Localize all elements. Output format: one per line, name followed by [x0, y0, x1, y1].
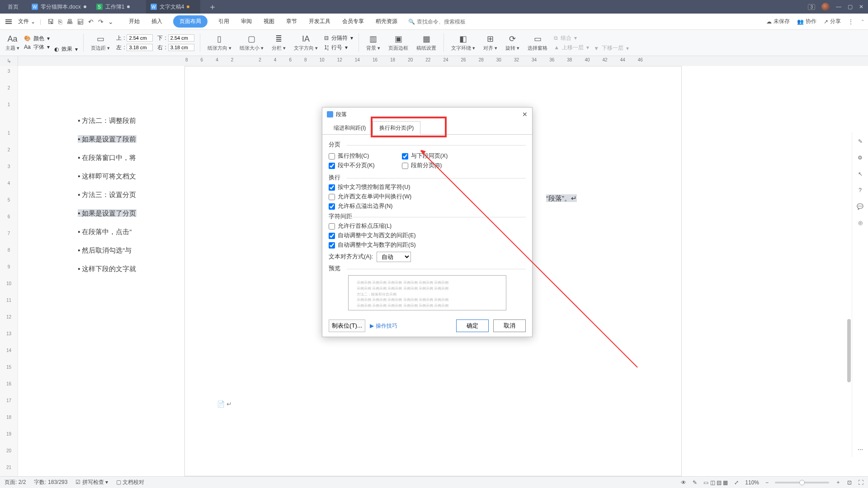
unsaved-indicator[interactable]: ☁未保存: [766, 18, 790, 25]
notification-badge[interactable]: 3: [808, 4, 815, 10]
checkbox-widow-control[interactable]: 孤行控制(C): [329, 152, 375, 160]
paper-size-button[interactable]: ▢纸张大小 ▾: [238, 32, 265, 54]
zoom-level[interactable]: 110%: [745, 479, 759, 486]
tab-doc-2[interactable]: W文字文稿4: [146, 0, 200, 14]
more-button[interactable]: ⋮: [848, 19, 854, 25]
margin-left-input[interactable]: 左:: [116, 44, 153, 52]
tab-review[interactable]: 审阅: [240, 15, 253, 28]
tab-page-layout[interactable]: 页面布局: [173, 15, 208, 28]
text-align-select[interactable]: 自动: [377, 252, 411, 262]
close-dialog-button[interactable]: ✕: [522, 111, 528, 118]
vertical-scrollbar-thumb[interactable]: [847, 319, 851, 382]
redo-button[interactable]: ↷: [98, 18, 104, 25]
checkbox-latin-word-wrap[interactable]: 允许西文在单词中间换行(W): [329, 193, 526, 201]
search-input[interactable]: [417, 19, 494, 25]
margin-top-input[interactable]: 上:: [116, 34, 153, 42]
breaks-button[interactable]: ⊟分隔符 ▾: [324, 34, 353, 42]
margin-bottom-input[interactable]: 下:: [157, 34, 194, 42]
settings-icon[interactable]: ⚙: [858, 155, 863, 161]
print-button[interactable]: 🖶: [66, 18, 73, 25]
tab-home[interactable]: 首页: [0, 0, 27, 14]
pencil-icon[interactable]: ✎: [858, 138, 863, 145]
margin-right-input[interactable]: 右:: [157, 44, 194, 52]
tab-indent-spacing[interactable]: 缩进和间距(I): [327, 121, 373, 135]
export-button[interactable]: ⎘: [58, 18, 62, 25]
background-button[interactable]: ▥背景 ▾: [364, 32, 382, 54]
orientation-icon: ▯: [217, 34, 222, 44]
file-menu[interactable]: 文件⌄: [15, 18, 38, 25]
checkbox-cjk-digit-spacing[interactable]: 自动调整中文与数字的间距(S): [329, 241, 526, 249]
zoom-out-button[interactable]: −: [765, 479, 769, 486]
checkbox-cjk-first-last[interactable]: 按中文习惯控制首尾字符(U): [329, 183, 526, 191]
tab-chapter[interactable]: 章节: [285, 15, 298, 28]
selection-pane-button[interactable]: ▭选择窗格: [526, 32, 549, 54]
horizontal-ruler[interactable]: ↳ 86422468101214161820222426283032343638…: [0, 56, 868, 66]
close-window-button[interactable]: ✕: [859, 4, 863, 10]
tab-references[interactable]: 引用: [217, 15, 230, 28]
checkbox-keep-lines-together[interactable]: 段中不分页(K): [329, 162, 375, 169]
page-indicator[interactable]: 页面: 2/2: [5, 479, 26, 486]
zoom-slider[interactable]: [775, 482, 829, 483]
collaborate-button[interactable]: 👥协作: [797, 18, 816, 25]
tab-sheet-1[interactable]: S工作簿1: [92, 0, 146, 14]
tab-insert[interactable]: 插入: [151, 15, 163, 28]
tips-link[interactable]: ▶操作技巧: [370, 322, 397, 330]
line-numbers-button[interactable]: 1¦行号 ▾: [324, 44, 353, 52]
avatar[interactable]: [821, 3, 830, 11]
checkbox-cjk-latin-spacing[interactable]: 自动调整中文与西文的间距(E): [329, 232, 526, 239]
collapse-ribbon-button[interactable]: ⌃: [861, 19, 864, 24]
tab-line-page-breaks[interactable]: 换行和分页(P): [373, 121, 420, 135]
checkbox-keep-with-next[interactable]: 与下段同页(X): [402, 152, 448, 160]
fullscreen-button[interactable]: ⛶: [858, 479, 863, 486]
columns-button[interactable]: ≣分栏 ▾: [270, 32, 288, 54]
best-fit-button[interactable]: ⊡: [847, 479, 852, 486]
share-button[interactable]: ↗分享: [824, 18, 841, 25]
tab-doc-1[interactable]: W零分猫脚本.docx: [27, 0, 92, 14]
new-tab-button[interactable]: ＋: [200, 0, 226, 14]
checkbox-punct-compress[interactable]: 允许行首标点压缩(L): [329, 222, 526, 230]
maximize-button[interactable]: ▢: [848, 4, 853, 10]
spell-check-toggle[interactable]: ☑ 拼写检查 ▾: [75, 479, 108, 486]
minimize-button[interactable]: —: [836, 4, 841, 10]
save-button[interactable]: 🖫: [47, 18, 54, 25]
undo-button[interactable]: ↶: [88, 18, 94, 25]
eye-icon[interactable]: 👁: [681, 479, 686, 486]
more-icon[interactable]: ⋯: [858, 446, 863, 453]
margins-button[interactable]: ▭页边距 ▾: [89, 32, 112, 54]
qat-dropdown[interactable]: ⌄: [108, 18, 113, 25]
tabstops-button[interactable]: 制表位(T)...: [329, 319, 365, 332]
tab-member[interactable]: 会员专享: [341, 15, 365, 28]
print-preview-button[interactable]: 🗟: [77, 18, 84, 25]
zoom-in-button[interactable]: ＋: [835, 479, 841, 486]
chat-icon[interactable]: 💬: [857, 203, 863, 210]
view-mode-buttons[interactable]: ▭ ◫ ▤ ▦: [703, 479, 728, 486]
ok-button[interactable]: 确定: [456, 319, 489, 332]
manuscript-grid-button[interactable]: ▦稿纸设置: [415, 32, 438, 54]
text-direction-button[interactable]: IA文字方向 ▾: [292, 32, 320, 54]
color-button[interactable]: 🎨颜色 ▾: [24, 35, 50, 42]
cursor-icon[interactable]: ↖: [858, 171, 863, 177]
zoom-fit-button[interactable]: ⤢: [734, 479, 739, 486]
align-button[interactable]: ⊞对齐 ▾: [481, 32, 499, 54]
word-count[interactable]: 字数: 183/293: [34, 479, 67, 486]
checkbox-page-break-before[interactable]: 段前分页(B): [402, 162, 448, 169]
dialog-titlebar[interactable]: 段落 ✕: [322, 108, 532, 121]
tab-view[interactable]: 视图: [263, 15, 275, 28]
page-border-button[interactable]: ▣页面边框: [387, 32, 410, 54]
proofing-button[interactable]: ▢ 文档校对: [116, 479, 144, 486]
vertical-ruler[interactable]: 321123456789101112131415161718192021: [0, 66, 18, 476]
font-button[interactable]: Aa字体 ▾: [24, 43, 50, 51]
tools-icon[interactable]: ◎: [858, 220, 863, 226]
app-menu-button[interactable]: [4, 18, 14, 26]
orientation-button[interactable]: ▯纸张方向 ▾: [206, 32, 233, 54]
theme-button[interactable]: Aa主题 ▾: [4, 34, 21, 52]
tab-resources[interactable]: 稻壳资源: [375, 15, 398, 28]
cancel-button[interactable]: 取消: [493, 319, 526, 332]
checkbox-punct-overflow[interactable]: 允许标点溢出边界(N): [329, 202, 526, 210]
help-icon[interactable]: ?: [859, 187, 862, 193]
tab-developer[interactable]: 开发工具: [308, 15, 331, 28]
command-search[interactable]: 🔍: [408, 19, 494, 25]
highlight-icon[interactable]: ✎: [693, 479, 697, 486]
tab-start[interactable]: 开始: [128, 15, 141, 28]
effects-button[interactable]: ◐效果 ▾: [54, 45, 78, 53]
